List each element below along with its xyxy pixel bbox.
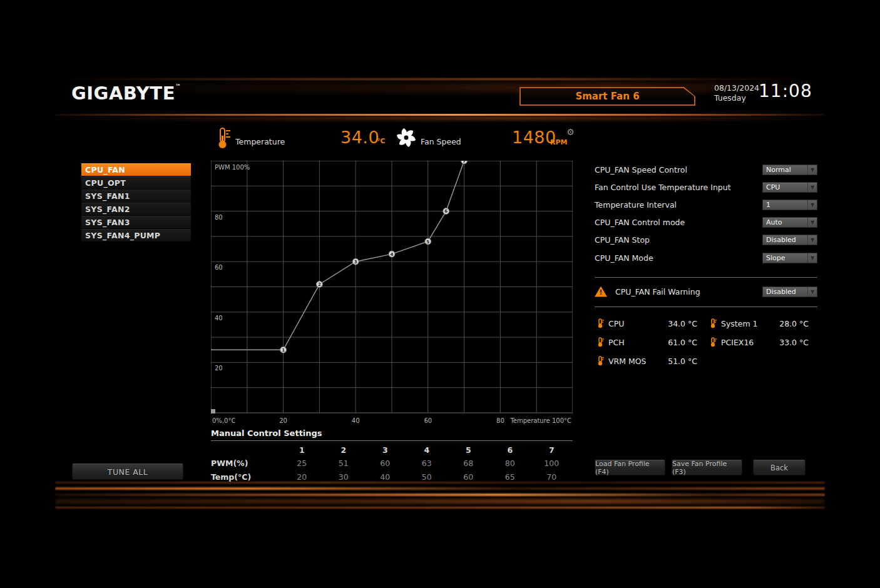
- chevron-down-icon: ▼: [807, 235, 817, 245]
- svg-text:20: 20: [279, 417, 287, 424]
- sensor-system1: System 1 28.0 °C: [710, 314, 809, 333]
- control-mode-dropdown[interactable]: Auto ▼: [762, 217, 817, 228]
- svg-text:20: 20: [215, 365, 223, 372]
- thermometer-icon: [710, 318, 717, 328]
- pwm-value: 25: [281, 457, 323, 470]
- setting-row-fan-mode: CPU_FAN Mode Slope ▼: [595, 249, 817, 266]
- fan-list: CPU_FAN CPU_OPT SYS_FAN1 SYS_FAN2 SYS_FA…: [81, 163, 191, 242]
- column-header: 4: [406, 444, 448, 457]
- system-time: 11:08: [759, 81, 812, 101]
- divider: [211, 440, 573, 441]
- temperature-label: Temperature: [235, 137, 285, 146]
- column-header: 3: [364, 444, 406, 457]
- temp-interval-dropdown[interactable]: 1 ▼: [762, 200, 817, 210]
- svg-text:5: 5: [426, 240, 429, 245]
- pwm-value: 80: [489, 457, 531, 470]
- column-header: 1: [281, 444, 323, 457]
- temp-value: 60: [448, 470, 489, 484]
- decorative-streak: [55, 78, 825, 80]
- setting-row-control-mode: CPU_FAN Control mode Auto ▼: [595, 214, 817, 231]
- svg-text:PWM 100%: PWM 100%: [215, 164, 250, 171]
- manual-control-settings-title: Manual Control Settings: [211, 428, 322, 438]
- sidebar-item-cpu-fan[interactable]: CPU_FAN: [81, 163, 191, 176]
- temperature-value: 34.0: [340, 128, 379, 147]
- thermometer-icon: [710, 337, 717, 347]
- setting-row-speed-control: CPU_FAN Speed Control Normal ▼: [595, 161, 817, 178]
- fan-stop-dropdown[interactable]: Disabled ▼: [762, 235, 817, 245]
- speed-control-dropdown[interactable]: Normal ▼: [762, 165, 817, 175]
- tab-smart-fan-6[interactable]: Smart Fan 6: [519, 87, 695, 106]
- svg-text:2: 2: [318, 282, 321, 287]
- temp-value: 30: [323, 470, 365, 484]
- temp-row-label: Temp(°C): [211, 470, 281, 484]
- fail-warning-dropdown[interactable]: Disabled ▼: [762, 286, 817, 297]
- temp-value: 70: [531, 470, 573, 484]
- temp-value: 50: [406, 470, 448, 484]
- system-date: 08/13/2024: [714, 83, 759, 93]
- save-fan-profile-button[interactable]: Save Fan Profile (F3): [672, 460, 742, 475]
- temp-value: 20: [281, 470, 323, 484]
- chevron-down-icon: ▼: [807, 165, 817, 175]
- fan-curve-chart[interactable]: PWM 100%80604020204060800%,0°CTemperatur…: [211, 161, 573, 428]
- temp-value: 40: [364, 470, 406, 484]
- setting-row-fan-stop: CPU_FAN Stop Disabled ▼: [595, 231, 817, 249]
- thermometer-icon: [597, 356, 604, 366]
- fan-icon: [395, 126, 417, 149]
- load-fan-profile-button[interactable]: Load Fan Profile (F4): [595, 460, 665, 475]
- pwm-value: 51: [323, 457, 365, 470]
- fan-settings-gear-icon[interactable]: ⚙: [566, 128, 575, 137]
- sensor-column-right: System 1 28.0 °C PCIEX16 33.0 °C: [710, 314, 809, 352]
- column-header: 7: [531, 444, 573, 457]
- divider: [595, 277, 817, 278]
- manual-control-table: 1 2 3 4 5 6 7 PWM(%) 25 51 60 63 68 80 1…: [211, 444, 573, 484]
- svg-text:80: 80: [496, 417, 504, 424]
- svg-text:7: 7: [463, 161, 466, 164]
- chevron-down-icon: ▼: [807, 287, 817, 297]
- tab-smart-fan-6-label: Smart Fan 6: [521, 88, 694, 104]
- system-weekday: Tuesday: [714, 93, 746, 103]
- svg-text:40: 40: [352, 417, 360, 424]
- sidebar-item-sys-fan2[interactable]: SYS_FAN2: [81, 203, 191, 215]
- gigabyte-logo: GIGABYTE™: [71, 83, 181, 104]
- back-button[interactable]: Back: [753, 460, 806, 475]
- decorative-streak: [55, 116, 825, 120]
- chevron-down-icon: ▼: [807, 183, 817, 192]
- svg-text:1: 1: [282, 348, 285, 353]
- svg-text:40: 40: [215, 315, 223, 322]
- sensor-pciex16: PCIEX16 33.0 °C: [710, 333, 809, 352]
- sidebar-item-sys-fan1[interactable]: SYS_FAN1: [81, 190, 191, 202]
- fail-warning-row: ! CPU_FAN Fail Warning Disabled ▼: [595, 283, 817, 300]
- bios-screen: GIGABYTE™ Smart Fan 6 08/13/2024 Tuesday…: [0, 0, 880, 588]
- tune-all-button[interactable]: TUNE ALL: [72, 464, 183, 480]
- sidebar-item-cpu-opt[interactable]: CPU_OPT: [81, 176, 191, 189]
- fan-speed-unit: RPM: [550, 138, 567, 146]
- fan-mode-dropdown[interactable]: Slope ▼: [762, 253, 817, 263]
- chevron-down-icon: ▼: [807, 200, 817, 210]
- sensor-pch: PCH 61.0 °C: [597, 333, 697, 352]
- column-header: 5: [448, 444, 489, 457]
- sidebar-item-sys-fan4-pump[interactable]: SYS_FAN4_PUMP: [81, 229, 191, 241]
- thermometer-icon: [597, 318, 604, 328]
- temp-input-dropdown[interactable]: CPU ▼: [762, 182, 817, 193]
- setting-row-temp-interval: Temperature Interval 1 ▼: [595, 196, 817, 213]
- pwm-value: 100: [531, 457, 573, 470]
- column-header: 2: [323, 444, 365, 457]
- svg-text:6: 6: [444, 209, 448, 214]
- chevron-down-icon: ▼: [807, 253, 817, 263]
- temperature-unit: °C: [377, 137, 386, 145]
- sidebar-item-sys-fan3[interactable]: SYS_FAN3: [81, 216, 191, 228]
- smart-fan-panel: GIGABYTE™ Smart Fan 6 08/13/2024 Tuesday…: [55, 75, 825, 513]
- fan-settings-panel: CPU_FAN Speed Control Normal ▼ Fan Contr…: [595, 161, 817, 266]
- decorative-streak: [55, 487, 825, 490]
- sensor-vrm-mos: VRM MOS 51.0 °C: [597, 352, 697, 370]
- pwm-value: 60: [364, 457, 406, 470]
- pwm-row-label: PWM(%): [211, 457, 281, 470]
- sensor-column-left: CPU 34.0 °C PCH 61.0 °C VRM MOS 51.0 °C: [597, 314, 697, 370]
- fan-speed-label: Fan Speed: [421, 137, 461, 146]
- thermometer-icon: [597, 337, 604, 347]
- sensor-cpu: CPU 34.0 °C: [597, 314, 697, 333]
- thermometer-icon: [217, 126, 232, 151]
- pwm-value: 63: [406, 457, 448, 470]
- divider: [595, 307, 817, 307]
- pwm-value: 68: [448, 457, 489, 470]
